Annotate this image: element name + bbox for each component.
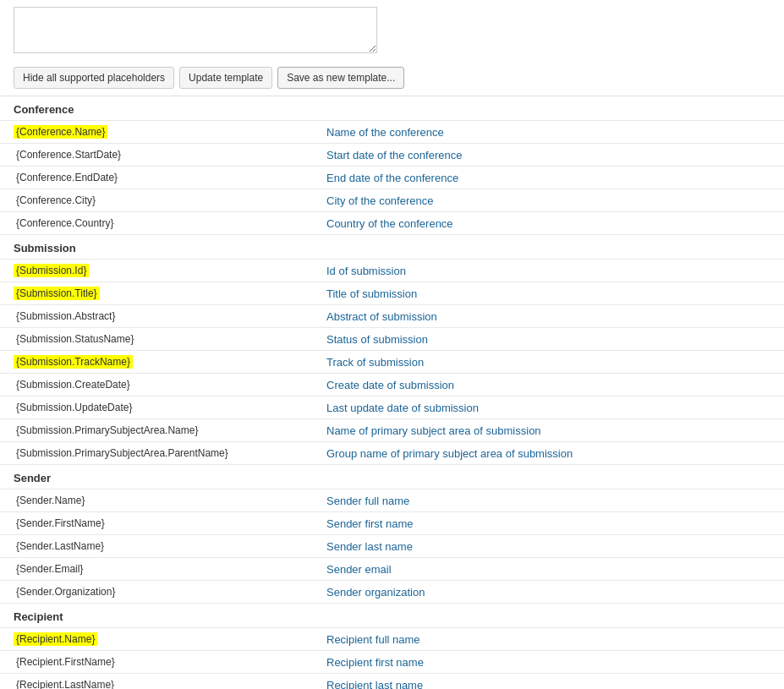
placeholder-description: Last update date of submission <box>313 396 784 419</box>
placeholder-tag[interactable]: {Recipient.LastName} <box>14 678 117 689</box>
placeholder-tag[interactable]: {Submission.StatusName} <box>14 332 136 346</box>
table-row: {Submission.Title}Title of submission <box>0 282 784 305</box>
table-row: {Conference.StartDate}Start date of the … <box>0 144 784 167</box>
placeholder-description: Status of submission <box>313 328 784 351</box>
table-row: {Submission.Abstract}Abstract of submiss… <box>0 305 784 328</box>
table-row: {Conference.Country}Country of the confe… <box>0 212 784 235</box>
section-header-submission: Submission <box>0 235 784 260</box>
save-new-template-button[interactable]: Save as new template... <box>277 67 404 89</box>
placeholder-tag[interactable]: {Sender.Email} <box>14 562 85 576</box>
section-header-sender: Sender <box>0 465 784 489</box>
placeholder-tag[interactable]: {Recipient.Name} <box>14 632 97 646</box>
placeholder-description: Sender organization <box>313 581 784 604</box>
placeholder-description: Name of primary subject area of submissi… <box>313 419 784 442</box>
placeholder-tag[interactable]: {Sender.LastName} <box>14 539 107 553</box>
placeholder-description: Recipient first name <box>313 651 784 674</box>
placeholder-tag[interactable]: {Submission.TrackName} <box>14 355 133 369</box>
placeholder-tag[interactable]: {Conference.StartDate} <box>14 148 123 161</box>
placeholders-table: Conference{Conference.Name}Name of the c… <box>0 96 784 689</box>
placeholder-tag[interactable]: {Submission.PrimarySubjectArea.ParentNam… <box>14 446 231 460</box>
placeholder-description: Abstract of submission <box>313 305 784 328</box>
placeholder-tag[interactable]: {Sender.Organization} <box>14 585 118 599</box>
hide-placeholders-button[interactable]: Hide all supported placeholders <box>14 67 174 89</box>
update-template-button[interactable]: Update template <box>179 67 272 89</box>
placeholder-tag[interactable]: {Submission.UpdateDate} <box>14 401 134 414</box>
placeholder-tag[interactable]: {Sender.FirstName} <box>14 517 107 530</box>
table-row: {Sender.FirstName}Sender first name <box>0 512 784 535</box>
table-row: {Conference.Name}Name of the conference <box>0 121 784 144</box>
placeholder-tag[interactable]: {Conference.Name} <box>14 125 107 139</box>
table-row: {Submission.Id}Id of submission <box>0 260 784 282</box>
placeholder-description: Sender last name <box>313 535 784 558</box>
table-row: {Conference.City}City of the conference <box>0 189 784 212</box>
placeholder-tag[interactable]: {Recipient.FirstName} <box>14 655 118 669</box>
placeholder-description: Id of submission <box>313 260 784 282</box>
placeholder-description: Start date of the conference <box>313 144 784 167</box>
placeholder-tag[interactable]: {Conference.EndDate} <box>14 171 120 184</box>
placeholder-description: Title of submission <box>313 282 784 305</box>
placeholder-tag[interactable]: {Submission.PrimarySubjectArea.Name} <box>14 424 200 437</box>
placeholder-tag[interactable]: {Submission.Abstract} <box>14 309 118 323</box>
section-header-conference: Conference <box>0 96 784 121</box>
placeholder-description: End date of the conference <box>313 167 784 189</box>
placeholder-description: Group name of primary subject area of su… <box>313 442 784 465</box>
placeholder-description: City of the conference <box>313 189 784 212</box>
placeholder-tag[interactable]: {Submission.Title} <box>14 287 100 300</box>
table-row: {Recipient.LastName}Recipient last name <box>0 674 784 690</box>
table-row: {Sender.LastName}Sender last name <box>0 535 784 558</box>
placeholder-description: Sender email <box>313 558 784 581</box>
placeholder-tag[interactable]: {Sender.Name} <box>14 494 87 507</box>
placeholder-description: Recipient full name <box>313 628 784 651</box>
placeholder-description: Country of the conference <box>313 212 784 235</box>
toolbar: Hide all supported placeholders Update t… <box>0 60 784 96</box>
placeholder-description: Sender first name <box>313 512 784 535</box>
table-row: {Submission.PrimarySubjectArea.ParentNam… <box>0 442 784 465</box>
placeholder-description: Recipient last name <box>313 674 784 690</box>
placeholder-description: Create date of submission <box>313 374 784 396</box>
placeholder-description: Track of submission <box>313 351 784 374</box>
table-row: {Sender.Name}Sender full name <box>0 489 784 512</box>
placeholder-tag[interactable]: {Submission.CreateDate} <box>14 378 133 391</box>
table-row: {Recipient.FirstName}Recipient first nam… <box>0 651 784 674</box>
placeholder-tag[interactable]: {Conference.City} <box>14 194 98 207</box>
table-row: {Submission.TrackName}Track of submissio… <box>0 351 784 374</box>
table-row: {Submission.StatusName}Status of submiss… <box>0 328 784 351</box>
table-row: {Sender.Organization}Sender organization <box>0 581 784 604</box>
table-row: {Sender.Email}Sender email <box>0 558 784 581</box>
placeholder-description: Sender full name <box>313 489 784 512</box>
section-header-recipient: Recipient <box>0 604 784 628</box>
table-row: {Submission.UpdateDate}Last update date … <box>0 396 784 419</box>
table-row: {Conference.EndDate}End date of the conf… <box>0 167 784 189</box>
table-row: {Submission.CreateDate}Create date of su… <box>0 374 784 396</box>
placeholder-tag[interactable]: {Conference.Country} <box>14 216 116 230</box>
table-row: {Recipient.Name}Recipient full name <box>0 628 784 651</box>
placeholder-tag[interactable]: {Submission.Id} <box>14 264 89 277</box>
placeholder-description: Name of the conference <box>313 121 784 144</box>
template-textarea[interactable] <box>14 7 377 53</box>
table-row: {Submission.PrimarySubjectArea.Name}Name… <box>0 419 784 442</box>
